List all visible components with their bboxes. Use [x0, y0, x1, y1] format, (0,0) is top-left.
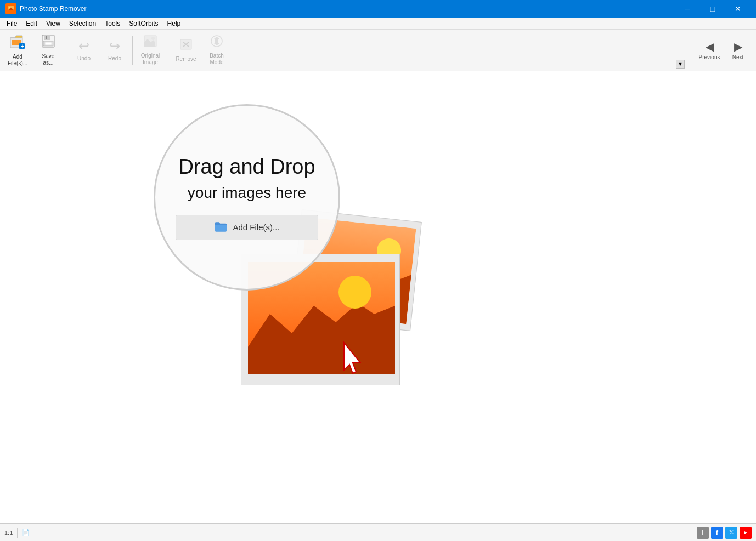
page-icon: 📄 — [22, 529, 30, 536]
status-bar: 1:1 📄 i f 𝕏 — [0, 523, 756, 541]
toolbar: + AddFile(s)... Saveas... ↩ Undo — [0, 30, 756, 71]
add-files-icon: + — [9, 33, 26, 52]
menu-file[interactable]: File — [2, 19, 21, 29]
status-divider-1 — [17, 528, 18, 538]
menu-tools[interactable]: Tools — [100, 19, 125, 29]
batch-mode-toolbar-button[interactable]: BatchMode — [201, 32, 232, 69]
status-zoom-section: 1:1 — [4, 529, 13, 536]
next-button[interactable]: ▶ Next — [724, 32, 752, 69]
original-image-toolbar-button[interactable]: OriginalImage — [135, 32, 166, 69]
window-controls: ─ □ ✕ — [675, 0, 751, 18]
save-icon — [41, 34, 55, 52]
save-as-label: Saveas... — [42, 53, 55, 66]
svg-rect-11 — [46, 36, 47, 39]
remove-icon — [179, 38, 193, 54]
redo-label: Redo — [108, 55, 121, 62]
youtube-icon[interactable] — [740, 527, 752, 539]
menu-help[interactable]: Help — [163, 19, 185, 29]
original-image-icon — [143, 35, 157, 51]
status-social-section: i f 𝕏 — [697, 527, 752, 539]
toolbar-sep-1 — [66, 36, 66, 65]
drag-drop-line2: your images here — [188, 184, 306, 202]
toolbar-group-main: + AddFile(s)... Saveas... ↩ Undo — [2, 30, 232, 71]
toolbar-sep-3 — [168, 36, 168, 65]
svg-point-3 — [9, 7, 10, 8]
next-label: Next — [732, 54, 744, 60]
status-page-section: 📄 — [22, 529, 30, 536]
app-title: Photo Stamp Remover — [20, 5, 86, 13]
menu-bar: File Edit View Selection Tools SoftOrbit… — [0, 18, 756, 30]
minimize-button[interactable]: ─ — [675, 0, 700, 18]
menu-view[interactable]: View — [42, 19, 65, 29]
save-as-toolbar-button[interactable]: Saveas... — [33, 32, 64, 69]
remove-toolbar-button[interactable]: Remove — [171, 32, 201, 69]
redo-toolbar-button[interactable]: ↪ Redo — [99, 32, 130, 69]
nav-buttons: ◀ Previous ▶ Next — [692, 30, 752, 71]
zoom-level: 1:1 — [4, 529, 13, 536]
batch-mode-label: BatchMode — [210, 53, 224, 66]
toolbar-sep-2 — [132, 36, 133, 65]
batch-mode-icon — [210, 35, 224, 51]
svg-point-16 — [151, 37, 155, 40]
app-icon — [5, 3, 16, 14]
menu-edit[interactable]: Edit — [21, 19, 42, 29]
svg-rect-13 — [45, 42, 52, 45]
facebook-icon[interactable]: f — [711, 527, 723, 539]
svg-marker-29 — [344, 343, 360, 373]
circle-overlay: Drag and Drop your images here Add File(… — [154, 104, 340, 291]
menu-selection[interactable]: Selection — [65, 19, 100, 29]
add-files-button[interactable]: Add File(s)... — [176, 215, 318, 240]
cursor-icon — [340, 341, 367, 374]
drag-drop-line1: Drag and Drop — [178, 155, 315, 180]
info-icon[interactable]: i — [697, 527, 709, 539]
svg-point-28 — [338, 276, 371, 309]
folder-icon — [214, 221, 227, 234]
drop-zone[interactable]: Drag and Drop your images here Add File(… — [0, 71, 756, 523]
undo-icon: ↩ — [78, 38, 89, 54]
add-files-btn-label: Add File(s)... — [233, 223, 279, 232]
close-button[interactable]: ✕ — [725, 0, 751, 18]
main-content: Drag and Drop your images here Add File(… — [0, 71, 756, 523]
svg-marker-5 — [10, 36, 22, 38]
svg-text:+: + — [21, 43, 24, 49]
previous-button[interactable]: ◀ Previous — [696, 32, 723, 69]
next-arrow-icon: ▶ — [734, 40, 742, 53]
undo-toolbar-button[interactable]: ↩ Undo — [69, 32, 99, 69]
remove-label: Remove — [176, 56, 196, 62]
nav-divider — [692, 30, 692, 71]
menu-softorbits[interactable]: SoftOrbits — [125, 19, 162, 29]
undo-label: Undo — [77, 55, 91, 62]
twitter-icon[interactable]: 𝕏 — [725, 527, 737, 539]
previous-label: Previous — [699, 54, 720, 60]
add-files-label: AddFile(s)... — [8, 54, 27, 67]
maximize-button[interactable]: □ — [700, 0, 725, 18]
redo-icon: ↪ — [109, 38, 120, 54]
add-files-toolbar-button[interactable]: + AddFile(s)... — [2, 32, 33, 69]
previous-arrow-icon: ◀ — [706, 40, 714, 53]
title-bar: Photo Stamp Remover ─ □ ✕ — [0, 0, 756, 18]
original-image-label: OriginalImage — [141, 53, 160, 66]
toolbar-expand-button[interactable]: ▼ — [676, 60, 685, 69]
